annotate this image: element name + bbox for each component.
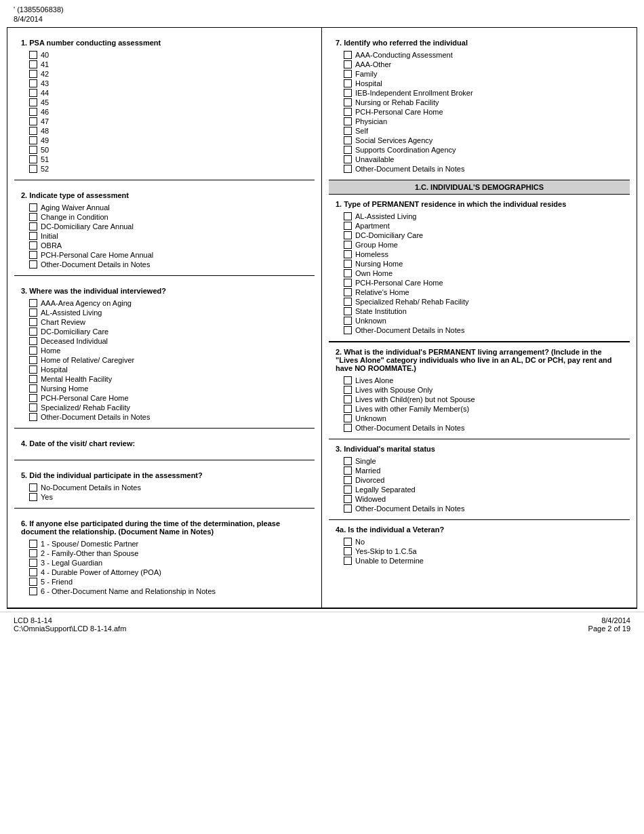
checkbox[interactable]	[344, 414, 352, 422]
checkbox[interactable]	[29, 241, 37, 250]
checkbox[interactable]	[29, 337, 37, 345]
list-item: 49	[29, 136, 308, 144]
checkbox[interactable]	[344, 222, 352, 230]
dem-q1-section: 1. Type of PERMANENT residence in which …	[329, 195, 630, 342]
checkbox[interactable]	[29, 60, 37, 68]
checkbox[interactable]	[344, 386, 352, 394]
checkbox[interactable]	[29, 356, 37, 364]
checkbox[interactable]	[344, 117, 352, 125]
checkbox[interactable]	[29, 136, 37, 144]
checkbox[interactable]	[29, 117, 37, 125]
checkbox[interactable]	[29, 251, 37, 259]
checkbox[interactable]	[344, 317, 352, 325]
checkbox[interactable]	[29, 222, 37, 231]
checkbox[interactable]	[29, 213, 37, 221]
checkbox[interactable]	[29, 403, 37, 412]
checkbox[interactable]	[29, 51, 37, 59]
checkbox[interactable]	[29, 203, 37, 212]
checkbox[interactable]	[344, 457, 352, 465]
checkbox[interactable]	[344, 79, 352, 87]
checkbox[interactable]	[344, 326, 352, 334]
checkbox[interactable]	[29, 327, 37, 336]
checkbox[interactable]	[344, 136, 352, 144]
checkbox[interactable]	[344, 307, 352, 315]
checkbox[interactable]	[29, 155, 37, 163]
checkbox[interactable]	[344, 466, 352, 475]
checkbox[interactable]	[29, 127, 37, 135]
checkbox[interactable]	[344, 98, 352, 106]
checkbox[interactable]	[29, 578, 37, 586]
checkbox[interactable]	[29, 493, 37, 501]
checkbox[interactable]	[29, 375, 37, 383]
checkbox[interactable]	[29, 413, 37, 421]
checkbox[interactable]	[344, 231, 352, 239]
checkbox[interactable]	[29, 165, 37, 173]
checkbox[interactable]	[344, 405, 352, 413]
list-item: AAA-Other	[344, 60, 623, 68]
checkbox[interactable]	[29, 587, 37, 595]
checkbox[interactable]	[344, 241, 352, 249]
checkbox[interactable]	[29, 89, 37, 97]
checkbox[interactable]	[29, 540, 37, 548]
checkbox[interactable]	[344, 89, 352, 97]
list-item: Unavailable	[344, 155, 623, 163]
checkbox[interactable]	[344, 250, 352, 258]
checkbox[interactable]	[344, 376, 352, 384]
q1-options: 40 41 42 43 44 45 46 47 48 49 50 51 52	[21, 51, 308, 173]
checkbox[interactable]	[344, 557, 352, 565]
checkbox[interactable]	[29, 260, 37, 269]
checkbox[interactable]	[344, 51, 352, 59]
dem-q2-section: 2. What is the individual's PERMANENT li…	[329, 342, 630, 439]
checkbox[interactable]	[29, 299, 37, 307]
checkbox[interactable]	[29, 568, 37, 576]
checkbox[interactable]	[344, 485, 352, 494]
checkbox[interactable]	[29, 232, 37, 240]
checkbox[interactable]	[344, 165, 352, 173]
checkbox[interactable]	[344, 60, 352, 68]
checkbox[interactable]	[344, 395, 352, 403]
list-item: 44	[29, 89, 308, 97]
list-item: Own Home	[344, 269, 623, 277]
checkbox[interactable]	[29, 384, 37, 393]
checkbox[interactable]	[344, 504, 352, 513]
checkbox[interactable]	[29, 79, 37, 87]
checkbox[interactable]	[344, 146, 352, 154]
checkbox[interactable]	[344, 547, 352, 555]
checkbox[interactable]	[29, 346, 37, 355]
checkbox[interactable]	[344, 212, 352, 220]
list-item: 45	[29, 98, 308, 106]
list-item: Unknown	[344, 414, 623, 422]
checkbox[interactable]	[29, 559, 37, 567]
q6-options: 1 - Spouse/ Domestic Partner 2 - Family-…	[21, 540, 308, 595]
list-item: PCH-Personal Care Home	[344, 108, 623, 116]
checkbox[interactable]	[29, 70, 37, 78]
list-item: Lives Alone	[344, 376, 623, 384]
checkbox[interactable]	[344, 495, 352, 503]
checkbox[interactable]	[344, 298, 352, 306]
checkbox[interactable]	[29, 483, 37, 492]
checkbox[interactable]	[344, 127, 352, 135]
checkbox[interactable]	[29, 365, 37, 374]
checkbox[interactable]	[344, 538, 352, 546]
checkbox[interactable]	[344, 108, 352, 116]
checkbox[interactable]	[344, 279, 352, 287]
checkbox[interactable]	[344, 288, 352, 296]
checkbox[interactable]	[29, 309, 37, 317]
checkbox[interactable]	[29, 108, 37, 116]
checkbox[interactable]	[29, 98, 37, 106]
header-line2: 8/4/2014	[14, 15, 630, 23]
checkbox[interactable]	[29, 394, 37, 402]
checkbox[interactable]	[344, 260, 352, 268]
checkbox[interactable]	[344, 424, 352, 432]
list-item: 5 - Friend	[29, 578, 308, 586]
checkbox[interactable]	[344, 155, 352, 163]
checkbox[interactable]	[29, 318, 37, 326]
checkbox[interactable]	[29, 549, 37, 557]
checkbox[interactable]	[344, 269, 352, 277]
checkbox[interactable]	[344, 70, 352, 78]
dem-q3-title: 3. Individual's marital status	[336, 445, 623, 453]
q6-title: 6. If anyone else participated during th…	[21, 519, 308, 536]
list-item: Lives with Child(ren) but not Spouse	[344, 395, 623, 403]
checkbox[interactable]	[344, 476, 352, 484]
checkbox[interactable]	[29, 146, 37, 154]
